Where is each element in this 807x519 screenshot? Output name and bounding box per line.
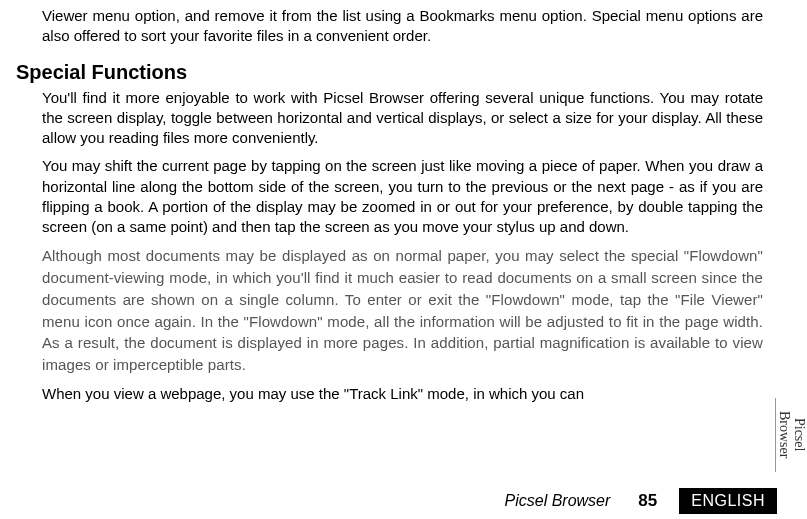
paragraph-4-tracklink: When you view a webpage, you may use the… bbox=[42, 384, 763, 404]
paragraph-intro: Viewer menu option, and remove it from t… bbox=[42, 6, 763, 47]
paragraph-2: You may shift the current page by tappin… bbox=[42, 156, 763, 237]
paragraph-1: You'll find it more enjoyable to work wi… bbox=[42, 88, 763, 149]
language-badge: ENGLISH bbox=[679, 488, 777, 514]
side-tab-line2: Browser bbox=[778, 411, 793, 458]
footer-title: Picsel Browser bbox=[505, 492, 611, 510]
paragraph-3-flowdown: Although most documents may be displayed… bbox=[42, 245, 763, 376]
page-footer: Picsel Browser 85 ENGLISH bbox=[0, 483, 807, 519]
side-tab-label: Picsel Browser bbox=[777, 411, 806, 458]
side-tab-line1: Picsel bbox=[792, 418, 807, 451]
page-content: Viewer menu option, and remove it from t… bbox=[0, 0, 807, 404]
page-number: 85 bbox=[638, 491, 657, 511]
section-heading-special-functions: Special Functions bbox=[16, 61, 763, 84]
side-tab: Picsel Browser bbox=[775, 398, 807, 472]
